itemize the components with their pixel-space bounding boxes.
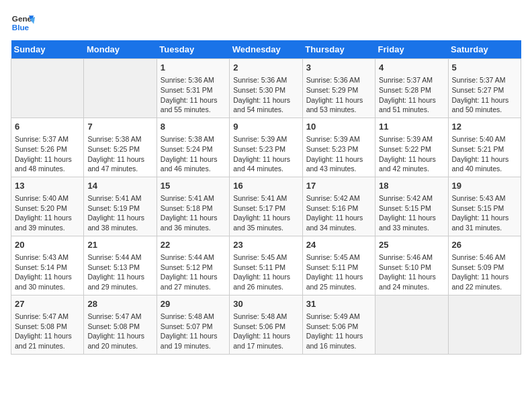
calendar-cell: 23Sunrise: 5:45 AM Sunset: 5:11 PM Dayli…	[230, 236, 302, 295]
day-number: 6	[15, 121, 80, 133]
calendar-cell: 15Sunrise: 5:41 AM Sunset: 5:18 PM Dayli…	[157, 177, 229, 236]
svg-text:Blue: Blue	[12, 23, 30, 32]
day-content: Sunrise: 5:47 AM Sunset: 5:08 PM Dayligh…	[87, 312, 152, 351]
day-content: Sunrise: 5:37 AM Sunset: 5:27 PM Dayligh…	[452, 75, 517, 115]
day-content: Sunrise: 5:39 AM Sunset: 5:23 PM Dayligh…	[306, 134, 371, 174]
day-number: 29	[161, 298, 226, 310]
calendar-table: SundayMondayTuesdayWednesdayThursdayFrid…	[11, 40, 521, 355]
day-content: Sunrise: 5:48 AM Sunset: 5:06 PM Dayligh…	[233, 312, 298, 351]
calendar-cell: 7Sunrise: 5:38 AM Sunset: 5:25 PM Daylig…	[84, 118, 157, 177]
day-content: Sunrise: 5:41 AM Sunset: 5:17 PM Dayligh…	[233, 193, 298, 233]
day-number: 16	[233, 180, 298, 192]
day-number: 8	[161, 121, 226, 133]
week-row-5: 27Sunrise: 5:47 AM Sunset: 5:08 PM Dayli…	[11, 295, 521, 354]
calendar-cell: 25Sunrise: 5:46 AM Sunset: 5:10 PM Dayli…	[375, 236, 448, 295]
calendar-cell: 30Sunrise: 5:48 AM Sunset: 5:06 PM Dayli…	[230, 295, 302, 354]
week-row-2: 6Sunrise: 5:37 AM Sunset: 5:26 PM Daylig…	[11, 118, 521, 177]
calendar-cell: 2Sunrise: 5:36 AM Sunset: 5:30 PM Daylig…	[230, 59, 302, 118]
day-content: Sunrise: 5:42 AM Sunset: 5:15 PM Dayligh…	[379, 193, 444, 233]
calendar-cell: 20Sunrise: 5:43 AM Sunset: 5:14 PM Dayli…	[11, 236, 84, 295]
day-content: Sunrise: 5:36 AM Sunset: 5:29 PM Dayligh…	[306, 75, 371, 115]
day-number: 25	[379, 239, 444, 251]
day-content: Sunrise: 5:45 AM Sunset: 5:11 PM Dayligh…	[306, 253, 371, 292]
calendar-cell: 19Sunrise: 5:43 AM Sunset: 5:15 PM Dayli…	[448, 177, 521, 236]
day-content: Sunrise: 5:36 AM Sunset: 5:31 PM Dayligh…	[161, 75, 226, 115]
day-content: Sunrise: 5:39 AM Sunset: 5:22 PM Dayligh…	[379, 134, 444, 174]
weekday-header-row: SundayMondayTuesdayWednesdayThursdayFrid…	[11, 40, 521, 59]
calendar-cell	[448, 295, 521, 354]
day-number: 5	[452, 62, 517, 74]
day-content: Sunrise: 5:44 AM Sunset: 5:12 PM Dayligh…	[161, 253, 226, 292]
day-number: 28	[87, 298, 152, 310]
day-content: Sunrise: 5:46 AM Sunset: 5:09 PM Dayligh…	[452, 253, 517, 292]
day-content: Sunrise: 5:40 AM Sunset: 5:20 PM Dayligh…	[15, 193, 80, 233]
calendar-cell: 26Sunrise: 5:46 AM Sunset: 5:09 PM Dayli…	[448, 236, 521, 295]
day-content: Sunrise: 5:46 AM Sunset: 5:10 PM Dayligh…	[379, 253, 444, 292]
calendar-cell: 31Sunrise: 5:49 AM Sunset: 5:06 PM Dayli…	[302, 295, 375, 354]
day-number: 30	[233, 298, 298, 310]
day-content: Sunrise: 5:43 AM Sunset: 5:14 PM Dayligh…	[15, 253, 80, 292]
day-content: Sunrise: 5:43 AM Sunset: 5:15 PM Dayligh…	[452, 193, 517, 233]
day-content: Sunrise: 5:39 AM Sunset: 5:23 PM Dayligh…	[233, 134, 298, 174]
calendar-cell: 1Sunrise: 5:36 AM Sunset: 5:31 PM Daylig…	[157, 59, 229, 118]
calendar-cell: 18Sunrise: 5:42 AM Sunset: 5:15 PM Dayli…	[375, 177, 448, 236]
day-content: Sunrise: 5:49 AM Sunset: 5:06 PM Dayligh…	[306, 312, 371, 351]
page-header: General Blue	[11, 11, 521, 35]
day-number: 13	[15, 180, 80, 192]
calendar-cell	[375, 295, 448, 354]
day-number: 2	[233, 62, 298, 74]
week-row-1: 1Sunrise: 5:36 AM Sunset: 5:31 PM Daylig…	[11, 59, 521, 118]
day-content: Sunrise: 5:38 AM Sunset: 5:24 PM Dayligh…	[161, 134, 226, 174]
day-number: 4	[379, 62, 444, 74]
calendar-cell: 22Sunrise: 5:44 AM Sunset: 5:12 PM Dayli…	[157, 236, 229, 295]
day-number: 26	[452, 239, 517, 251]
calendar-cell: 5Sunrise: 5:37 AM Sunset: 5:27 PM Daylig…	[448, 59, 521, 118]
day-number: 23	[233, 239, 298, 251]
day-number: 27	[15, 298, 80, 310]
day-content: Sunrise: 5:38 AM Sunset: 5:25 PM Dayligh…	[87, 134, 152, 174]
day-content: Sunrise: 5:41 AM Sunset: 5:19 PM Dayligh…	[87, 193, 152, 233]
day-number: 31	[306, 298, 371, 310]
calendar-cell: 9Sunrise: 5:39 AM Sunset: 5:23 PM Daylig…	[230, 118, 302, 177]
day-number: 21	[87, 239, 152, 251]
calendar-cell: 13Sunrise: 5:40 AM Sunset: 5:20 PM Dayli…	[11, 177, 84, 236]
logo: General Blue	[11, 11, 35, 35]
day-content: Sunrise: 5:48 AM Sunset: 5:07 PM Dayligh…	[161, 312, 226, 351]
day-content: Sunrise: 5:36 AM Sunset: 5:30 PM Dayligh…	[233, 75, 298, 115]
calendar-cell: 21Sunrise: 5:44 AM Sunset: 5:13 PM Dayli…	[84, 236, 157, 295]
weekday-header-tuesday: Tuesday	[157, 40, 229, 59]
day-number: 11	[379, 121, 444, 133]
weekday-header-wednesday: Wednesday	[230, 40, 302, 59]
calendar-cell: 27Sunrise: 5:47 AM Sunset: 5:08 PM Dayli…	[11, 295, 84, 354]
calendar-cell: 17Sunrise: 5:42 AM Sunset: 5:16 PM Dayli…	[302, 177, 375, 236]
calendar-cell: 29Sunrise: 5:48 AM Sunset: 5:07 PM Dayli…	[157, 295, 229, 354]
weekday-header-friday: Friday	[375, 40, 448, 59]
calendar-cell: 24Sunrise: 5:45 AM Sunset: 5:11 PM Dayli…	[302, 236, 375, 295]
day-content: Sunrise: 5:41 AM Sunset: 5:18 PM Dayligh…	[161, 193, 226, 233]
day-content: Sunrise: 5:37 AM Sunset: 5:26 PM Dayligh…	[15, 134, 80, 174]
day-content: Sunrise: 5:42 AM Sunset: 5:16 PM Dayligh…	[306, 193, 371, 233]
weekday-header-sunday: Sunday	[11, 40, 84, 59]
calendar-cell: 6Sunrise: 5:37 AM Sunset: 5:26 PM Daylig…	[11, 118, 84, 177]
week-row-4: 20Sunrise: 5:43 AM Sunset: 5:14 PM Dayli…	[11, 236, 521, 295]
day-number: 19	[452, 180, 517, 192]
logo-icon: General Blue	[11, 11, 35, 35]
calendar-cell: 14Sunrise: 5:41 AM Sunset: 5:19 PM Dayli…	[84, 177, 157, 236]
day-number: 18	[379, 180, 444, 192]
day-number: 7	[87, 121, 152, 133]
day-number: 22	[161, 239, 226, 251]
day-content: Sunrise: 5:37 AM Sunset: 5:28 PM Dayligh…	[379, 75, 444, 115]
weekday-header-thursday: Thursday	[302, 40, 375, 59]
weekday-header-monday: Monday	[84, 40, 157, 59]
day-content: Sunrise: 5:45 AM Sunset: 5:11 PM Dayligh…	[233, 253, 298, 292]
calendar-cell: 3Sunrise: 5:36 AM Sunset: 5:29 PM Daylig…	[302, 59, 375, 118]
week-row-3: 13Sunrise: 5:40 AM Sunset: 5:20 PM Dayli…	[11, 177, 521, 236]
calendar-cell: 28Sunrise: 5:47 AM Sunset: 5:08 PM Dayli…	[84, 295, 157, 354]
day-number: 3	[306, 62, 371, 74]
weekday-header-saturday: Saturday	[448, 40, 521, 59]
day-number: 1	[161, 62, 226, 74]
day-number: 9	[233, 121, 298, 133]
calendar-cell	[84, 59, 157, 118]
day-number: 17	[306, 180, 371, 192]
day-content: Sunrise: 5:47 AM Sunset: 5:08 PM Dayligh…	[15, 312, 80, 351]
